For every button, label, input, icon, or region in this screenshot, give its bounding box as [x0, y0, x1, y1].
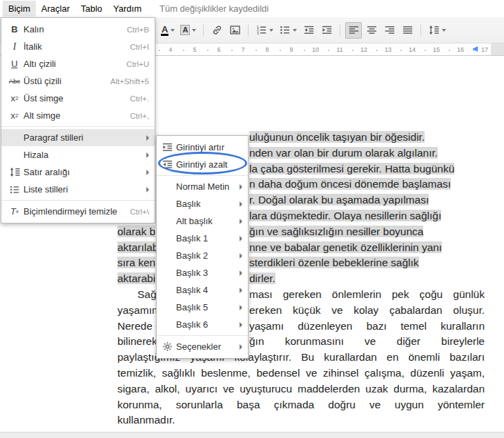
menu-tablo[interactable]: Tablo — [75, 1, 108, 17]
menu-item-label: Liste stilleri — [23, 184, 142, 195]
doc-line[interactable]: n daha doğum öncesi dönemde başlaması — [249, 176, 451, 192]
menu-item-alt-simge[interactable]: x2Alt simgeCtrl+, — [1, 107, 155, 124]
submenu-arrow-icon — [240, 270, 242, 276]
align-center-button[interactable] — [363, 22, 380, 39]
ruler-tick — [280, 50, 281, 51]
ruler-number: 4 — [168, 46, 172, 53]
increase-indent-icon — [161, 141, 173, 153]
menu-item-bicimlendirmeyi-temizle[interactable]: TxBiçimlendirmeyi temizleCtrl+\ — [1, 203, 155, 220]
submenu-arrow-icon — [146, 152, 149, 158]
doc-line[interactable]: temizlik, sağlıklı beslenme, bedensel ve… — [117, 365, 485, 381]
submenu-item-baslik-4[interactable]: Başlık 4 — [157, 281, 248, 299]
submenu-arrow-icon — [240, 322, 242, 328]
doc-line[interactable]: ması gereken önlemlerin pek çoğu günlük — [249, 286, 485, 302]
doc-line[interactable]: sigara, alkol, uyarıcı ve uyuşturucu mad… — [117, 381, 485, 397]
submenu-item-alt-baslik[interactable]: Alt başlık — [157, 212, 248, 230]
highlight-color-button[interactable]: A — [178, 22, 198, 39]
doc-text: aktarılab — [117, 241, 158, 253]
ruler-number: 6 — [217, 46, 220, 53]
doc-line[interactable]: sıra ken — [117, 255, 155, 270]
numbered-list-icon: 1.2.3. — [255, 24, 267, 36]
doc-line[interactable]: olarak b — [117, 223, 155, 239]
submenu-item-baslik-6[interactable]: Başlık 6 — [157, 316, 248, 333]
text-color-icon: A — [161, 25, 168, 36]
doc-line[interactable]: nden var olan bir durum olarak algılanır… — [249, 145, 438, 161]
insert-link-button[interactable] — [209, 22, 225, 39]
menu-item-ust-simge[interactable]: x2Üst simgeCtrl+. — [1, 90, 155, 107]
menu-item-label: Girintiyi artır — [176, 142, 242, 152]
doc-text: uluğunun öncelik taşıyan bir öğesidir. — [249, 131, 425, 143]
ruler-tick — [207, 50, 209, 51]
doc-line[interactable]: yaşamı düzenleyen bazı temel kuralların — [249, 318, 485, 334]
align-right-button[interactable] — [381, 22, 398, 39]
superscript-icon: x2 — [6, 93, 23, 103]
menu-item-hizala[interactable]: Hizala — [1, 146, 155, 163]
numbered-list-button[interactable]: 1.2.3. — [253, 22, 275, 39]
submenu-arrow-icon — [240, 288, 242, 293]
ruler-tick — [449, 50, 450, 51]
doc-line[interactable]: ğın korunmasını ve diğer bireylerle — [249, 333, 485, 349]
doc-line[interactable]: sterdikleri özenle bebeklerine sağlık — [249, 255, 419, 270]
submenu-item-baslik-1[interactable]: Başlık 1 — [157, 230, 248, 247]
ruler-number: 14 — [409, 46, 416, 53]
submenu-item-baslik-5[interactable]: Başlık 5 — [157, 299, 248, 316]
menu-item-kalin[interactable]: BKalınCtrl+B — [1, 21, 155, 38]
menu-item-alti-cizili[interactable]: UAltı çiziliCtrl+U — [1, 55, 155, 72]
insert-link-icon — [211, 24, 223, 36]
doc-line[interactable]: ğın ve sağlıksızlığın nesiller boyunca — [249, 223, 423, 239]
align-justify-button[interactable] — [399, 22, 416, 39]
ruler-number: 7 — [241, 46, 244, 53]
menu-yardim[interactable]: Yardım — [108, 1, 147, 17]
clear-formatting-icon: Tx — [6, 206, 23, 217]
highlight-color-icon: A — [180, 25, 190, 35]
submenu-item-baslik-2[interactable]: Başlık 2 — [157, 247, 248, 264]
submenu-item-baslik-3[interactable]: Başlık 3 — [157, 264, 248, 281]
menu-item-satir-araligi[interactable]: Satır aralığı — [1, 163, 155, 181]
ruler-number: 8 — [265, 46, 269, 53]
insert-image-icon — [229, 24, 241, 36]
save-status[interactable]: Tüm değişiklikler kaydedildi — [159, 3, 269, 14]
doc-line[interactable]: uluğunun öncelik taşıyan bir öğesidir. — [249, 129, 425, 145]
doc-line[interactable]: korunma, sorunlarla başa çıkmada doğru v… — [117, 397, 485, 412]
line-spacing-icon — [428, 24, 440, 36]
submenu-item-secenekler[interactable]: Seçenekler — [157, 338, 248, 355]
menu-item-ustu-cizili[interactable]: AbcÜstü çiziliAlt+Shift+5 — [1, 72, 155, 90]
menu-item-italik[interactable]: IİtalikCtrl+I — [1, 38, 155, 55]
menu-item-liste-stilleri[interactable]: Liste stilleri — [1, 181, 155, 198]
menu-item-label: Seçenekler — [176, 341, 235, 352]
gear-icon — [161, 341, 173, 352]
ruler-number: 17 — [481, 46, 488, 53]
right-indent-marker[interactable] — [472, 46, 478, 52]
menu-araclar[interactable]: Araçlar — [36, 1, 75, 17]
insert-image-button[interactable] — [226, 22, 243, 39]
doc-line[interactable]: nne ve babalar genetik özelliklerinin ya… — [249, 239, 442, 255]
doc-line[interactable]: dirler. — [249, 270, 275, 286]
doc-line[interactable]: aktarabi — [117, 270, 155, 286]
text-color-button[interactable]: A — [159, 22, 177, 39]
doc-line[interactable]: r. Doğal olarak bu aşamada yapılması — [249, 192, 429, 208]
line-spacing-button[interactable] — [426, 22, 448, 39]
doc-line[interactable]: ereken küçük ve kolay çabalardan oluşur. — [249, 302, 485, 318]
menu-item-label: Hizala — [23, 150, 142, 160]
increase-indent-button[interactable] — [318, 22, 335, 39]
bulleted-list-button[interactable] — [277, 22, 299, 39]
ruler-number: 12 — [360, 46, 367, 53]
doc-line[interactable]: lara düşmektedir. Olaya nesillerin sağlı… — [249, 208, 441, 223]
align-left-button[interactable] — [345, 22, 362, 39]
ruler-tick — [425, 50, 426, 51]
menu-item-label: Normal Metin — [176, 181, 235, 192]
menu-item-label: Satır aralığı — [23, 167, 142, 177]
doc-line[interactable]: kullanmadır. — [117, 412, 485, 428]
decrease-indent-button[interactable] — [300, 22, 317, 39]
doc-line[interactable]: la çaba gösterilmesi gerekir. Hatta bugü… — [249, 161, 454, 177]
menu-item-label: Başlık 3 — [176, 268, 235, 278]
submenu-item-baslik[interactable]: Başlık — [157, 195, 248, 212]
menu-item-label: Başlık 1 — [176, 233, 235, 243]
italic-icon: I — [6, 41, 23, 52]
menu-bicim[interactable]: Biçim — [3, 1, 36, 17]
annotation-ellipse — [158, 152, 247, 175]
submenu-item-normal-metin[interactable]: Normal Metin — [157, 178, 248, 195]
ruler-number: 9 — [289, 46, 293, 53]
doc-line[interactable]: aktarılab — [117, 239, 158, 255]
menu-item-paragraf-stilleri[interactable]: Paragraf stilleri — [1, 129, 155, 146]
